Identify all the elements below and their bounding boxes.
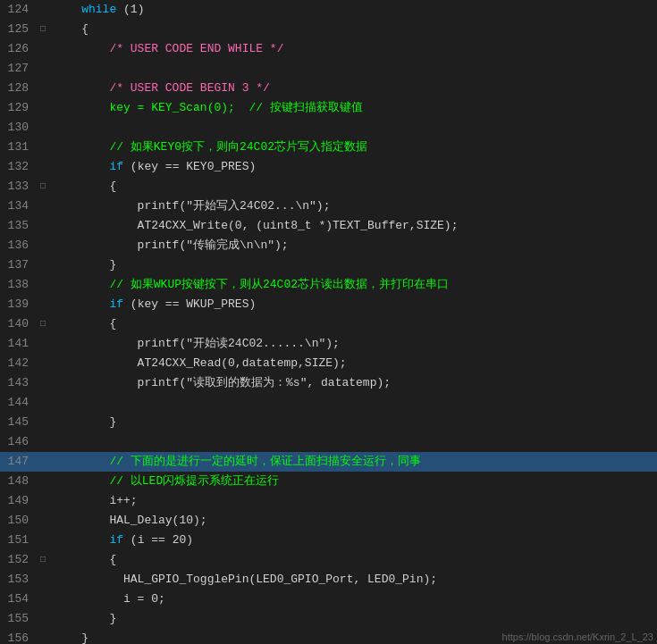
- line-number: 138: [0, 275, 36, 295]
- table-row: 136 printf("传输完成\n\n");: [0, 236, 657, 255]
- line-number: 154: [0, 590, 36, 609]
- code-content: /* USER CODE BEGIN 3 */: [50, 79, 657, 98]
- line-number: 149: [0, 491, 36, 511]
- table-row: 137 }: [0, 255, 657, 275]
- table-row: 148 // 以LED闪烁提示系统正在运行: [0, 472, 657, 491]
- code-content: /* USER CODE END WHILE */: [50, 39, 657, 59]
- code-content: // 以LED闪烁提示系统正在运行: [50, 472, 657, 491]
- code-content: if (key == WKUP_PRES): [50, 295, 657, 314]
- table-row: 132 if (key == KEY0_PRES): [0, 157, 657, 177]
- table-row: 153 HAL_GPIO_TogglePin(LED0_GPIO_Port, L…: [0, 570, 657, 590]
- line-number: 131: [0, 138, 36, 157]
- fold-icon[interactable]: □: [36, 177, 50, 197]
- line-number: 152: [0, 550, 36, 570]
- code-content: printf("读取到的数据为：%s", datatemp);: [50, 373, 657, 393]
- table-row: 133□ {: [0, 177, 657, 197]
- line-number: 153: [0, 570, 36, 590]
- code-content: // 如果KEY0按下，则向24C02芯片写入指定数据: [50, 138, 657, 157]
- table-row: 127: [0, 59, 657, 79]
- code-content: {: [50, 177, 657, 197]
- line-number: 124: [0, 0, 36, 20]
- code-content: [50, 393, 657, 413]
- table-row: 142 AT24CXX_Read(0,datatemp,SIZE);: [0, 354, 657, 373]
- table-row: 131 // 如果KEY0按下，则向24C02芯片写入指定数据: [0, 138, 657, 157]
- code-content: printf("开始写入24C02...\n");: [50, 197, 657, 216]
- line-number: 136: [0, 236, 36, 255]
- table-row: 145 }: [0, 413, 657, 432]
- code-content: [50, 59, 657, 79]
- line-number: 132: [0, 157, 36, 177]
- code-content: [50, 432, 657, 452]
- line-number: 141: [0, 334, 36, 354]
- code-content: }: [50, 609, 657, 629]
- line-number: 130: [0, 118, 36, 138]
- table-row: 149 i++;: [0, 491, 657, 511]
- code-content: {: [50, 550, 657, 570]
- line-number: 129: [0, 98, 36, 118]
- table-row: 139 if (key == WKUP_PRES): [0, 295, 657, 314]
- fold-icon[interactable]: □: [36, 20, 50, 39]
- table-row: 140□ {: [0, 314, 657, 334]
- table-row: 151 if (i == 20): [0, 531, 657, 550]
- table-row: 152□ {: [0, 550, 657, 570]
- table-row: 144: [0, 393, 657, 413]
- table-row: 146: [0, 432, 657, 452]
- line-number: 147: [0, 452, 36, 472]
- line-number: 151: [0, 531, 36, 550]
- table-row: 129 key = KEY_Scan(0); // 按键扫描获取键值: [0, 98, 657, 118]
- code-content: HAL_GPIO_TogglePin(LED0_GPIO_Port, LED0_…: [50, 570, 657, 590]
- table-row: 128 /* USER CODE BEGIN 3 */: [0, 79, 657, 98]
- line-number: 148: [0, 472, 36, 491]
- table-row: 135 AT24CXX_Write(0, (uint8_t *)TEXT_Buf…: [0, 216, 657, 236]
- code-content: AT24CXX_Read(0,datatemp,SIZE);: [50, 354, 657, 373]
- code-content: // 如果WKUP按键按下，则从24C02芯片读出数据，并打印在串口: [50, 275, 657, 295]
- code-content: // 下面的是进行一定的延时，保证上面扫描安全运行，同事: [50, 452, 657, 472]
- line-number: 134: [0, 197, 36, 216]
- line-number: 150: [0, 511, 36, 531]
- code-content: printf("传输完成\n\n");: [50, 236, 657, 255]
- line-number: 133: [0, 177, 36, 197]
- code-content: {: [50, 314, 657, 334]
- code-content: while (1): [50, 0, 657, 20]
- line-number: 144: [0, 393, 36, 413]
- line-number: 143: [0, 373, 36, 393]
- line-number: 137: [0, 255, 36, 275]
- code-content: key = KEY_Scan(0); // 按键扫描获取键值: [50, 98, 657, 118]
- code-content: if (key == KEY0_PRES): [50, 157, 657, 177]
- table-row: 138 // 如果WKUP按键按下，则从24C02芯片读出数据，并打印在串口: [0, 275, 657, 295]
- line-number: 142: [0, 354, 36, 373]
- table-row: 126 /* USER CODE END WHILE */: [0, 39, 657, 59]
- table-row: 125□ {: [0, 20, 657, 39]
- line-number: 128: [0, 79, 36, 98]
- code-content: i = 0;: [50, 590, 657, 609]
- table-row: 141 printf("开始读24C02......\n");: [0, 334, 657, 354]
- table-row: 155 }: [0, 609, 657, 629]
- code-editor: 124 while (1)125□ {126 /* USER CODE END …: [0, 0, 657, 644]
- code-content: printf("开始读24C02......\n");: [50, 334, 657, 354]
- table-row: 130: [0, 118, 657, 138]
- table-row: 147 // 下面的是进行一定的延时，保证上面扫描安全运行，同事: [0, 452, 657, 472]
- watermark: https://blog.csdn.net/Kxrin_2_L_23: [502, 631, 653, 642]
- line-number: 125: [0, 20, 36, 39]
- code-content: i++;: [50, 491, 657, 511]
- fold-icon[interactable]: □: [36, 314, 50, 334]
- table-row: 124 while (1): [0, 0, 657, 20]
- table-row: 143 printf("读取到的数据为：%s", datatemp);: [0, 373, 657, 393]
- code-content: }: [50, 413, 657, 432]
- fold-icon[interactable]: □: [36, 550, 50, 570]
- code-content: {: [50, 20, 657, 39]
- table-row: 154 i = 0;: [0, 590, 657, 609]
- line-number: 146: [0, 432, 36, 452]
- code-content: [50, 118, 657, 138]
- code-content: if (i == 20): [50, 531, 657, 550]
- line-number: 127: [0, 59, 36, 79]
- line-number: 156: [0, 629, 36, 644]
- line-number: 135: [0, 216, 36, 236]
- table-row: 150 HAL_Delay(10);: [0, 511, 657, 531]
- code-content: HAL_Delay(10);: [50, 511, 657, 531]
- line-number: 139: [0, 295, 36, 314]
- code-content: }: [50, 255, 657, 275]
- line-number: 145: [0, 413, 36, 432]
- line-number: 140: [0, 314, 36, 334]
- line-number: 126: [0, 39, 36, 59]
